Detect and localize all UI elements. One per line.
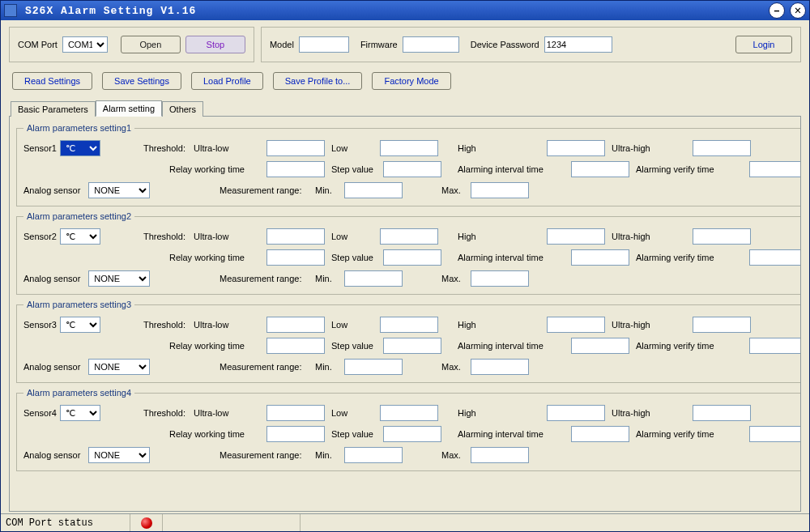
alarm-verify-label: Alarming verify time — [636, 253, 749, 262]
high-input[interactable] — [547, 228, 605, 245]
max-input[interactable] — [471, 270, 529, 287]
step-value-input[interactable] — [383, 161, 441, 177]
measurement-range-label: Measurement range: — [220, 274, 315, 283]
ultra-low-input[interactable] — [266, 405, 325, 421]
ultra-high-input[interactable] — [693, 317, 751, 333]
sensor-unit-select[interactable]: ℃ — [60, 405, 100, 421]
max-input[interactable] — [471, 359, 529, 375]
alarm-verify-input[interactable] — [749, 338, 801, 354]
analog-sensor-select[interactable]: NONE — [88, 359, 150, 375]
analog-sensor-label: Analog sensor — [23, 274, 80, 283]
max-label: Max. — [441, 362, 471, 372]
high-input[interactable] — [547, 317, 605, 333]
step-value-input[interactable] — [383, 426, 441, 442]
ultra-high-input[interactable] — [693, 228, 751, 245]
tab-panel: Alarm parameters setting1Sensor1℃Thresho… — [9, 116, 801, 512]
measurement-range-label: Measurement range: — [220, 362, 315, 372]
ultra-high-input[interactable] — [693, 140, 751, 156]
alarm-interval-input[interactable] — [571, 338, 629, 354]
ultra-low-input[interactable] — [266, 317, 325, 333]
app-icon — [4, 4, 17, 17]
ultra-low-input[interactable] — [266, 228, 325, 245]
open-button[interactable]: Open — [121, 36, 181, 53]
firmware-field[interactable] — [403, 36, 459, 53]
min-input[interactable] — [344, 359, 403, 375]
analog-sensor-select[interactable]: NONE — [88, 447, 150, 463]
high-label: High — [458, 408, 547, 418]
relay-time-label: Relay working time — [169, 341, 266, 351]
max-label: Max. — [441, 185, 471, 195]
analog-sensor-select[interactable]: NONE — [88, 270, 150, 287]
analog-sensor-select[interactable]: NONE — [88, 182, 150, 198]
ultra-high-label: Ultra-high — [612, 408, 693, 418]
alarm-group-1: Alarm parameters setting1Sensor1℃Thresho… — [16, 123, 801, 206]
read-settings-button[interactable]: Read Settings — [12, 72, 92, 90]
max-input[interactable] — [471, 182, 529, 198]
com-port-select[interactable]: COM1 — [62, 36, 108, 53]
status-seg-4 — [301, 514, 809, 531]
app-window: S26X Alarm Setting V1.16 – ✕ COM Port CO… — [0, 0, 810, 532]
ultra-low-label: Ultra-low — [194, 320, 266, 330]
step-value-input[interactable] — [383, 338, 441, 354]
device-password-label: Device Password — [471, 40, 539, 49]
min-input[interactable] — [344, 270, 403, 287]
login-button[interactable]: Login — [735, 36, 792, 53]
high-input[interactable] — [547, 140, 605, 156]
model-label: Model — [270, 40, 294, 49]
ultra-high-input[interactable] — [693, 405, 751, 421]
alarm-interval-input[interactable] — [571, 161, 629, 177]
sensor-unit-select[interactable]: ℃ — [60, 140, 100, 156]
relay-time-input[interactable] — [266, 249, 325, 266]
relay-time-input[interactable] — [266, 426, 325, 442]
alarm-verify-input[interactable] — [749, 426, 801, 442]
max-input[interactable] — [471, 447, 529, 463]
group-legend: Alarm parameters setting4 — [23, 388, 134, 398]
low-input[interactable] — [380, 317, 438, 333]
measurement-range-label: Measurement range: — [220, 185, 315, 195]
tabstrip: Basic Parameters Alarm setting Others — [11, 100, 801, 116]
relay-time-input[interactable] — [266, 338, 325, 354]
save-profile-to-button[interactable]: Save Profile to... — [273, 72, 363, 90]
device-password-field[interactable] — [544, 36, 612, 53]
alarm-verify-label: Alarming verify time — [636, 429, 749, 439]
analog-sensor-label: Analog sensor — [23, 185, 80, 195]
tab-others[interactable]: Others — [162, 101, 203, 117]
alarm-group-3: Alarm parameters setting3Sensor3℃Thresho… — [16, 300, 801, 383]
alarm-verify-input[interactable] — [749, 249, 801, 266]
stop-button[interactable]: Stop — [185, 36, 245, 53]
min-input[interactable] — [344, 447, 403, 463]
analog-sensor-label: Analog sensor — [23, 362, 80, 372]
model-field[interactable] — [299, 36, 349, 53]
min-input[interactable] — [344, 182, 403, 198]
group-legend: Alarm parameters setting3 — [23, 300, 134, 309]
close-button[interactable]: ✕ — [790, 2, 806, 19]
relay-time-label: Relay working time — [169, 253, 266, 262]
titlebar: S26X Alarm Setting V1.16 – ✕ — [1, 1, 809, 20]
low-input[interactable] — [380, 405, 438, 421]
sensor-unit-select[interactable]: ℃ — [60, 317, 100, 333]
alarm-interval-input[interactable] — [571, 426, 629, 442]
alarm-interval-label: Alarming interval time — [458, 341, 571, 351]
save-settings-button[interactable]: Save Settings — [102, 72, 181, 90]
low-input[interactable] — [380, 140, 438, 156]
high-input[interactable] — [547, 405, 605, 421]
alarm-verify-input[interactable] — [749, 161, 801, 177]
load-profile-button[interactable]: Load Profile — [191, 72, 263, 90]
ultra-low-input[interactable] — [266, 140, 325, 156]
relay-time-label: Relay working time — [169, 164, 266, 174]
tab-basic-parameters[interactable]: Basic Parameters — [11, 101, 96, 117]
step-value-label: Step value — [331, 341, 383, 351]
tab-alarm-setting[interactable]: Alarm setting — [96, 100, 162, 117]
max-label: Max. — [441, 450, 471, 460]
step-value-input[interactable] — [383, 249, 441, 266]
low-label: Low — [331, 320, 380, 330]
relay-time-input[interactable] — [266, 161, 325, 177]
sensor-label: Sensor4 — [23, 408, 57, 418]
low-input[interactable] — [380, 228, 438, 245]
com-status-led — [130, 514, 163, 531]
step-value-label: Step value — [331, 429, 383, 439]
alarm-interval-input[interactable] — [571, 249, 629, 266]
minimize-button[interactable]: – — [769, 2, 785, 19]
sensor-unit-select[interactable]: ℃ — [60, 228, 100, 245]
factory-mode-button[interactable]: Factory Mode — [372, 72, 450, 90]
